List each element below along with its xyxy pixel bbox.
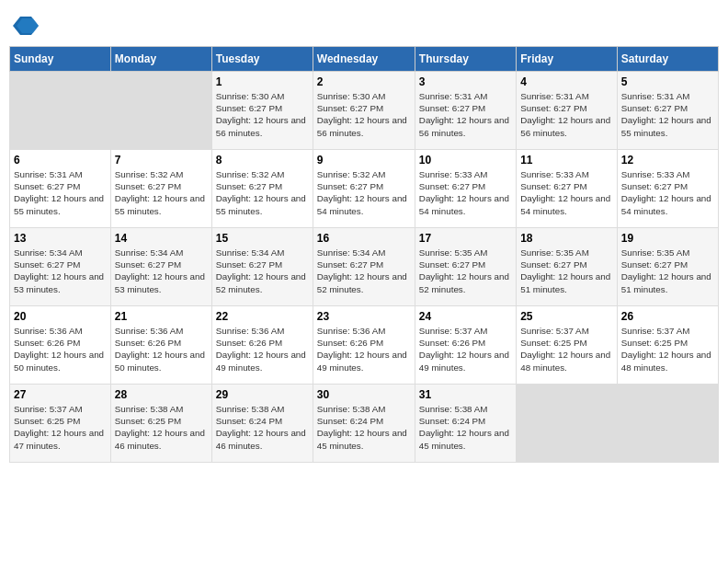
- calendar-table: SundayMondayTuesdayWednesdayThursdayFrid…: [9, 46, 719, 463]
- calendar-cell: 19Sunrise: 5:35 AM Sunset: 6:27 PM Dayli…: [617, 228, 718, 306]
- day-info: Sunrise: 5:37 AM Sunset: 6:26 PM Dayligh…: [419, 325, 512, 373]
- calendar-cell: 20Sunrise: 5:36 AM Sunset: 6:26 PM Dayli…: [10, 306, 111, 385]
- calendar-cell: 26Sunrise: 5:37 AM Sunset: 6:25 PM Dayli…: [617, 306, 718, 385]
- day-info: Sunrise: 5:36 AM Sunset: 6:26 PM Dayligh…: [14, 325, 107, 373]
- day-info: Sunrise: 5:34 AM Sunset: 6:27 PM Dayligh…: [115, 247, 208, 295]
- calendar-cell: 2Sunrise: 5:30 AM Sunset: 6:27 PM Daylig…: [313, 72, 415, 150]
- day-info: Sunrise: 5:33 AM Sunset: 6:27 PM Dayligh…: [621, 168, 714, 217]
- calendar-cell: 3Sunrise: 5:31 AM Sunset: 6:27 PM Daylig…: [415, 72, 516, 150]
- day-info: Sunrise: 5:34 AM Sunset: 6:27 PM Dayligh…: [14, 247, 107, 295]
- day-number: 6: [14, 154, 107, 167]
- day-number: 5: [621, 75, 714, 88]
- logo-icon: [13, 13, 39, 39]
- week-row-4: 20Sunrise: 5:36 AM Sunset: 6:26 PM Dayli…: [10, 306, 719, 385]
- day-number: 7: [115, 154, 208, 167]
- page-header: [9, 9, 719, 39]
- day-info: Sunrise: 5:38 AM Sunset: 6:24 PM Dayligh…: [419, 403, 512, 452]
- day-number: 22: [216, 310, 309, 323]
- day-number: 26: [621, 310, 714, 323]
- day-number: 19: [621, 232, 714, 245]
- calendar-cell: 22Sunrise: 5:36 AM Sunset: 6:26 PM Dayli…: [211, 306, 313, 385]
- day-info: Sunrise: 5:35 AM Sunset: 6:27 PM Dayligh…: [621, 247, 714, 295]
- day-number: 21: [115, 310, 208, 323]
- day-info: Sunrise: 5:35 AM Sunset: 6:27 PM Dayligh…: [419, 247, 512, 295]
- header-sunday: Sunday: [10, 47, 111, 72]
- calendar-cell: 12Sunrise: 5:33 AM Sunset: 6:27 PM Dayli…: [617, 150, 718, 228]
- logo: [13, 13, 42, 39]
- calendar-cell: 13Sunrise: 5:34 AM Sunset: 6:27 PM Dayli…: [10, 228, 111, 306]
- header-monday: Monday: [110, 47, 211, 72]
- calendar-cell: 29Sunrise: 5:38 AM Sunset: 6:24 PM Dayli…: [211, 385, 313, 463]
- day-number: 9: [317, 154, 411, 167]
- calendar-cell: 4Sunrise: 5:31 AM Sunset: 6:27 PM Daylig…: [517, 72, 618, 150]
- day-number: 11: [520, 154, 613, 167]
- calendar-cell: 31Sunrise: 5:38 AM Sunset: 6:24 PM Dayli…: [415, 385, 516, 463]
- day-info: Sunrise: 5:31 AM Sunset: 6:27 PM Dayligh…: [621, 90, 714, 139]
- day-info: Sunrise: 5:33 AM Sunset: 6:27 PM Dayligh…: [419, 168, 512, 217]
- day-number: 1: [216, 75, 309, 88]
- day-info: Sunrise: 5:32 AM Sunset: 6:27 PM Dayligh…: [317, 168, 411, 217]
- calendar-cell: 23Sunrise: 5:36 AM Sunset: 6:26 PM Dayli…: [313, 306, 415, 385]
- calendar-cell: 10Sunrise: 5:33 AM Sunset: 6:27 PM Dayli…: [415, 150, 516, 228]
- day-info: Sunrise: 5:31 AM Sunset: 6:27 PM Dayligh…: [14, 168, 107, 217]
- day-info: Sunrise: 5:36 AM Sunset: 6:26 PM Dayligh…: [216, 325, 309, 373]
- day-info: Sunrise: 5:31 AM Sunset: 6:27 PM Dayligh…: [520, 90, 613, 139]
- calendar-cell: [617, 385, 718, 463]
- header-friday: Friday: [517, 47, 618, 72]
- day-number: 8: [216, 154, 309, 167]
- calendar-cell: 18Sunrise: 5:35 AM Sunset: 6:27 PM Dayli…: [517, 228, 618, 306]
- day-number: 18: [520, 232, 613, 245]
- header-tuesday: Tuesday: [211, 47, 313, 72]
- day-info: Sunrise: 5:34 AM Sunset: 6:27 PM Dayligh…: [216, 247, 309, 295]
- day-info: Sunrise: 5:33 AM Sunset: 6:27 PM Dayligh…: [520, 168, 613, 217]
- calendar-cell: 24Sunrise: 5:37 AM Sunset: 6:26 PM Dayli…: [415, 306, 516, 385]
- calendar-cell: 15Sunrise: 5:34 AM Sunset: 6:27 PM Dayli…: [211, 228, 313, 306]
- calendar-cell: 25Sunrise: 5:37 AM Sunset: 6:25 PM Dayli…: [517, 306, 618, 385]
- calendar-cell: 7Sunrise: 5:32 AM Sunset: 6:27 PM Daylig…: [110, 150, 211, 228]
- calendar-cell: [110, 72, 211, 150]
- day-info: Sunrise: 5:38 AM Sunset: 6:25 PM Dayligh…: [115, 403, 208, 452]
- day-number: 12: [621, 154, 714, 167]
- day-number: 30: [317, 388, 411, 401]
- week-row-2: 6Sunrise: 5:31 AM Sunset: 6:27 PM Daylig…: [10, 150, 719, 228]
- day-info: Sunrise: 5:37 AM Sunset: 6:25 PM Dayligh…: [14, 403, 107, 452]
- day-info: Sunrise: 5:30 AM Sunset: 6:27 PM Dayligh…: [317, 90, 411, 139]
- calendar-cell: 27Sunrise: 5:37 AM Sunset: 6:25 PM Dayli…: [10, 385, 111, 463]
- day-number: 13: [14, 232, 107, 245]
- day-info: Sunrise: 5:35 AM Sunset: 6:27 PM Dayligh…: [520, 247, 613, 295]
- day-number: 31: [419, 388, 512, 401]
- day-info: Sunrise: 5:36 AM Sunset: 6:26 PM Dayligh…: [115, 325, 208, 373]
- day-number: 20: [14, 310, 107, 323]
- day-number: 10: [419, 154, 512, 167]
- day-info: Sunrise: 5:32 AM Sunset: 6:27 PM Dayligh…: [216, 168, 309, 217]
- calendar-cell: 6Sunrise: 5:31 AM Sunset: 6:27 PM Daylig…: [10, 150, 111, 228]
- calendar-header-row: SundayMondayTuesdayWednesdayThursdayFrid…: [10, 47, 719, 72]
- calendar-cell: 30Sunrise: 5:38 AM Sunset: 6:24 PM Dayli…: [313, 385, 415, 463]
- calendar-cell: 11Sunrise: 5:33 AM Sunset: 6:27 PM Dayli…: [517, 150, 618, 228]
- calendar-cell: 1Sunrise: 5:30 AM Sunset: 6:27 PM Daylig…: [211, 72, 313, 150]
- calendar-cell: 21Sunrise: 5:36 AM Sunset: 6:26 PM Dayli…: [110, 306, 211, 385]
- day-info: Sunrise: 5:34 AM Sunset: 6:27 PM Dayligh…: [317, 247, 411, 295]
- day-number: 29: [216, 388, 309, 401]
- header-saturday: Saturday: [617, 47, 718, 72]
- week-row-3: 13Sunrise: 5:34 AM Sunset: 6:27 PM Dayli…: [10, 228, 719, 306]
- day-number: 15: [216, 232, 309, 245]
- header-thursday: Thursday: [415, 47, 516, 72]
- day-number: 2: [317, 75, 411, 88]
- day-info: Sunrise: 5:37 AM Sunset: 6:25 PM Dayligh…: [621, 325, 714, 373]
- day-number: 14: [115, 232, 208, 245]
- calendar-cell: [517, 385, 618, 463]
- header-wednesday: Wednesday: [313, 47, 415, 72]
- day-info: Sunrise: 5:38 AM Sunset: 6:24 PM Dayligh…: [317, 403, 411, 452]
- day-info: Sunrise: 5:32 AM Sunset: 6:27 PM Dayligh…: [115, 168, 208, 217]
- day-info: Sunrise: 5:31 AM Sunset: 6:27 PM Dayligh…: [419, 90, 512, 139]
- day-number: 17: [419, 232, 512, 245]
- calendar-cell: [10, 72, 111, 150]
- calendar-cell: 17Sunrise: 5:35 AM Sunset: 6:27 PM Dayli…: [415, 228, 516, 306]
- calendar-cell: 16Sunrise: 5:34 AM Sunset: 6:27 PM Dayli…: [313, 228, 415, 306]
- week-row-1: 1Sunrise: 5:30 AM Sunset: 6:27 PM Daylig…: [10, 72, 719, 150]
- day-number: 25: [520, 310, 613, 323]
- day-info: Sunrise: 5:36 AM Sunset: 6:26 PM Dayligh…: [317, 325, 411, 373]
- day-number: 4: [520, 75, 613, 88]
- day-info: Sunrise: 5:38 AM Sunset: 6:24 PM Dayligh…: [216, 403, 309, 452]
